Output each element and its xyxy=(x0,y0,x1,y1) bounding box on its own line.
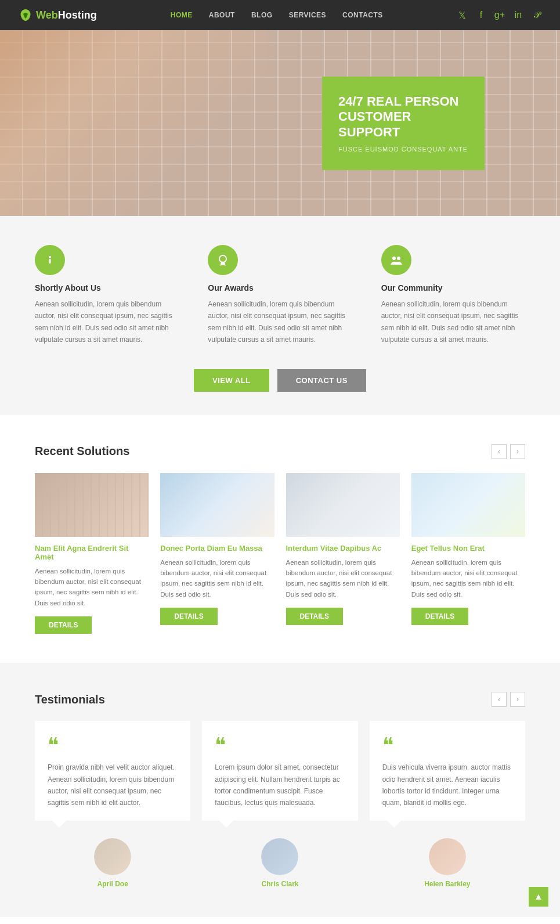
keyboard-image xyxy=(35,473,149,537)
about-buttons: View All Contact Us xyxy=(35,369,525,392)
testimonials-header: Testimonials ‹ › xyxy=(35,692,525,707)
svg-point-4 xyxy=(397,257,400,260)
solution-title-1: Nam Elit Agna Endrerit Sit Amet xyxy=(35,544,149,561)
community-icon xyxy=(389,253,403,267)
footer-top: Fan Jerseys Proin gravida nibh vel velit… xyxy=(0,917,560,924)
avatar-april-img xyxy=(94,838,131,875)
author-name-1: April Doe xyxy=(35,880,190,888)
nav-contacts[interactable]: CONTACTS xyxy=(342,11,383,19)
twitter-icon[interactable]: 𝕏 xyxy=(457,9,468,21)
solution-text-2: Aenean sollicitudin, lorem quis bibendum… xyxy=(160,557,274,600)
author-name-3: Helen Barkley xyxy=(370,880,525,888)
solution-text-3: Aenean sollicitudin, lorem quis bibendum… xyxy=(286,557,400,600)
avatar-april xyxy=(94,838,131,875)
site-header: WebHosting HOME ABOUT BLOG SERVICES CONT… xyxy=(0,0,560,30)
about-icon-award xyxy=(208,245,238,275)
solution-img-3 xyxy=(286,473,400,537)
solution-details-btn-2[interactable]: Details xyxy=(160,608,217,625)
hands-image xyxy=(286,473,400,537)
recent-prev-button[interactable]: ‹ xyxy=(492,444,507,459)
testimonial-card-2: ❝ Lorem ipsum dolor sit amet, consectetu… xyxy=(202,721,357,821)
svg-point-0 xyxy=(49,256,51,258)
avatar-helen-img xyxy=(429,838,466,875)
author-2: Chris Clark xyxy=(202,838,357,888)
hero-overlay xyxy=(0,30,267,216)
about-section: Shortly About Us Aenean sollicitudin, lo… xyxy=(0,216,560,415)
logo-text: WebHosting xyxy=(36,9,97,21)
solution-card-4: Eget Tellus Non Erat Aenean sollicitudin… xyxy=(411,473,525,634)
woman1-image xyxy=(160,473,274,537)
award-icon xyxy=(216,253,230,267)
testimonials-title: Testimonials xyxy=(35,693,105,706)
about-title-3: Our Community xyxy=(381,283,525,293)
about-col-1: Shortly About Us Aenean sollicitudin, lo… xyxy=(35,245,179,346)
solution-card-1: Nam Elit Agna Endrerit Sit Amet Aenean s… xyxy=(35,473,149,634)
testimonials-next-button[interactable]: › xyxy=(510,692,525,707)
about-icon-info xyxy=(35,245,65,275)
hero-subtitle: FUSCE EUISMOD CONSEQUAT ANTE xyxy=(338,146,468,153)
avatar-chris-img xyxy=(261,838,298,875)
solution-details-btn-1[interactable]: Details xyxy=(35,616,92,634)
view-all-button[interactable]: View All xyxy=(194,369,269,392)
facebook-icon[interactable]: f xyxy=(475,9,487,21)
nav-blog[interactable]: BLOG xyxy=(251,11,273,19)
pinterest-icon[interactable]: 𝒫 xyxy=(531,9,543,21)
contact-us-button[interactable]: Contact Us xyxy=(277,369,366,392)
testimonials-grid: ❝ Proin gravida nibh vel velit auctor al… xyxy=(35,721,525,821)
quote-mark-1: ❝ xyxy=(48,735,178,756)
avatar-chris xyxy=(261,838,298,875)
solution-text-4: Aenean sollicitudin, lorem quis bibendum… xyxy=(411,557,525,600)
info-icon xyxy=(43,253,57,267)
solution-details-btn-3[interactable]: Details xyxy=(286,608,343,625)
solutions-grid: Nam Elit Agna Endrerit Sit Amet Aenean s… xyxy=(35,473,525,634)
author-name-2: Chris Clark xyxy=(202,880,357,888)
quote-mark-2: ❝ xyxy=(215,735,345,756)
nav-home[interactable]: HOME xyxy=(171,11,193,19)
about-col-3: Our Community Aenean sollicitudin, lorem… xyxy=(381,245,525,346)
woman2-image xyxy=(411,473,525,537)
recent-title: Recent Solutions xyxy=(35,445,129,458)
svg-point-3 xyxy=(392,257,396,260)
testimonial-text-3: Duis vehicula viverra ipsum, auctor matt… xyxy=(382,761,512,809)
recent-next-button[interactable]: › xyxy=(510,444,525,459)
about-col-2: Our Awards Aenean sollicitudin, lorem qu… xyxy=(208,245,352,346)
scroll-to-top-button[interactable]: ▲ xyxy=(529,887,548,907)
testimonial-card-1: ❝ Proin gravida nibh vel velit auctor al… xyxy=(35,721,190,821)
solution-title-3: Interdum Vitae Dapibus Ac xyxy=(286,544,400,553)
recent-nav-arrows: ‹ › xyxy=(492,444,525,459)
about-text-2: Aenean sollicitudin, lorem quis bibendum… xyxy=(208,298,352,346)
solution-img-2 xyxy=(160,473,274,537)
main-nav: HOME ABOUT BLOG SERVICES CONTACTS xyxy=(171,11,383,19)
testimonials-nav-arrows: ‹ › xyxy=(492,692,525,707)
social-icons: 𝕏 f g+ in 𝒫 xyxy=(457,9,543,21)
solution-details-btn-4[interactable]: Details xyxy=(411,608,468,625)
author-1: April Doe xyxy=(35,838,190,888)
solution-card-2: Donec Porta Diam Eu Massa Aenean sollici… xyxy=(160,473,274,634)
svg-rect-1 xyxy=(49,259,51,264)
about-columns: Shortly About Us Aenean sollicitudin, lo… xyxy=(35,245,525,346)
logo[interactable]: WebHosting xyxy=(17,7,97,23)
solution-text-1: Aenean sollicitudin, lorem quis bibendum… xyxy=(35,566,149,609)
testimonial-text-1: Proin gravida nibh vel velit auctor aliq… xyxy=(48,761,178,809)
hero-section: 24/7 REAL PERSON Customer Support FUSCE … xyxy=(0,30,560,216)
testimonials-prev-button[interactable]: ‹ xyxy=(492,692,507,707)
avatar-helen xyxy=(429,838,466,875)
about-title-1: Shortly About Us xyxy=(35,283,179,293)
linkedin-icon[interactable]: in xyxy=(512,9,524,21)
about-icon-community xyxy=(381,245,411,275)
recent-header: Recent Solutions ‹ › xyxy=(35,444,525,459)
svg-point-2 xyxy=(219,255,226,262)
solution-title-2: Donec Porta Diam Eu Massa xyxy=(160,544,274,553)
nav-about[interactable]: ABOUT xyxy=(209,11,235,19)
testimonial-card-3: ❝ Duis vehicula viverra ipsum, auctor ma… xyxy=(370,721,525,821)
nav-services[interactable]: SERVICES xyxy=(289,11,326,19)
testimonials-section: Testimonials ‹ › ❝ Proin gravida nibh ve… xyxy=(0,663,560,917)
logo-icon xyxy=(17,7,34,23)
author-3: Helen Barkley xyxy=(370,838,525,888)
testimonial-text-2: Lorem ipsum dolor sit amet, consectetur … xyxy=(215,761,345,809)
solution-title-4: Eget Tellus Non Erat xyxy=(411,544,525,553)
testimonials-authors: April Doe Chris Clark Helen Barkley xyxy=(35,838,525,888)
google-plus-icon[interactable]: g+ xyxy=(494,9,505,21)
about-title-2: Our Awards xyxy=(208,283,352,293)
about-text-1: Aenean sollicitudin, lorem quis bibendum… xyxy=(35,298,179,346)
